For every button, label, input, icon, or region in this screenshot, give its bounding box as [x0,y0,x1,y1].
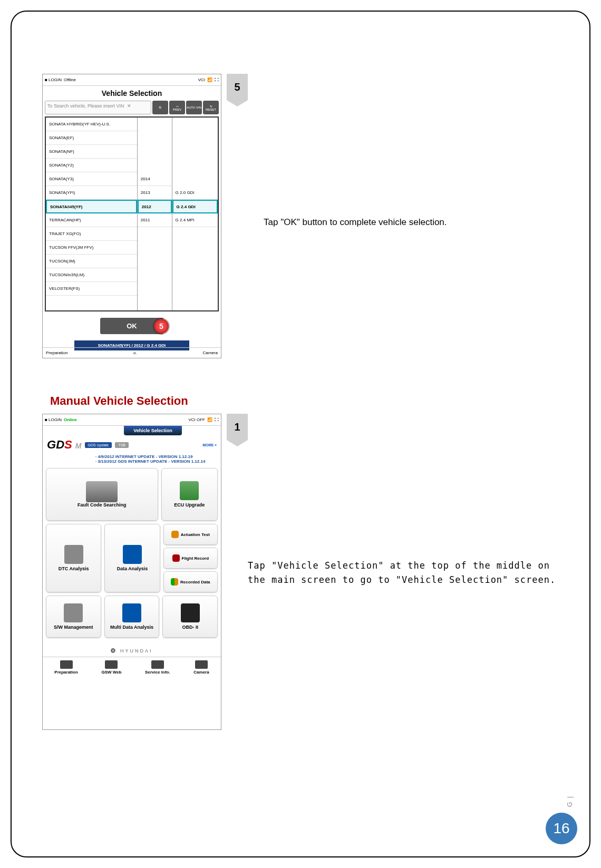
data-analysis-tile[interactable]: Data Analysis [104,524,160,592]
ok-button[interactable]: OK 5 [100,318,163,334]
expand-icon: ⛶ [215,77,219,82]
list-item[interactable]: SONATA(NF) [46,145,137,159]
service-info-button[interactable]: Service Info. [145,660,170,675]
signal-icon: 📶 [207,77,212,82]
list-item[interactable]: 2014 [138,172,172,186]
vci-label: VCI [198,77,205,82]
list-item[interactable]: G 2.4 MPI [172,213,218,227]
status-bar: ■ LOGIN Online VCI OFF 📶 ⛶ [43,414,221,426]
update-line-1: · 4/9/2012 INTERNET UPDATE - VERSION 1.1… [43,454,221,459]
sw-management-tile[interactable]: S/W Management [46,596,101,638]
engine-column[interactable]: G 2.0 GDIG 2.4 GDIG 2.4 MPI [172,118,218,310]
flight-icon [172,554,180,562]
prev-button[interactable]: ⇦PREV [169,101,185,114]
gsw-icon [105,660,118,669]
fault-code-icon [86,481,118,502]
list-item[interactable]: G 2.0 GDI [172,186,218,200]
obd-icon [181,603,200,622]
hyundai-logo: 🅗 HYUNDAI [43,645,221,657]
gsw-web-button[interactable]: GSW Web [101,660,121,675]
step-marker-5: 5 [227,74,248,100]
instruction-5: Tap "OK" button to complete vehicle sele… [264,217,447,228]
vehicle-selection-tab[interactable]: Vehicle Selection [124,426,182,435]
list-item[interactable]: TUCSON FFV(JM FFV) [46,241,137,255]
preparation-icon [60,660,73,669]
bottom-nav: Preparation GSW Web Service Info. Camera [43,657,221,678]
ecu-upgrade-tile[interactable]: ECU Upgrade [161,468,218,521]
vehicle-column[interactable]: SONATA HYBRID(YF HEV)-U.S.SONATA(EF)SONA… [46,118,138,310]
step-marker-1: 1 [227,414,248,440]
recorded-icon [171,578,178,586]
status-bar: ■ LOGIN Offline VCI 📶 ⛶ [43,74,221,86]
dtc-analysis-tile[interactable]: DTC Analysis [46,524,101,592]
reset-button[interactable]: ↻RESET [203,101,219,114]
dtc-icon [64,545,83,564]
list-item[interactable]: SONATA(YFI) [46,186,137,200]
section-title: Manual Vehicle Selection [50,394,188,408]
list-item[interactable]: TUCSON(JM) [46,255,137,268]
preparation-tab[interactable]: Preparation [46,350,67,355]
callout-marker-5: 5 [154,319,169,334]
actuation-icon [171,531,179,538]
list-item[interactable]: SONATA(Y3) [46,172,137,186]
list-item[interactable]: 2012 [138,200,172,213]
multi-icon [122,603,141,622]
search-icon[interactable]: 🔍 [152,101,168,114]
year-column[interactable]: 2014201320122011 [138,118,172,310]
actuation-test-tile[interactable]: Actuation Test [163,524,218,545]
camera-tab[interactable]: Camera [203,350,218,355]
recorded-data-tile[interactable]: Recorded Data [163,571,218,592]
list-item[interactable]: G 2.4 GDI [172,200,218,213]
auto-vin-button[interactable]: AUTO VIN [186,101,202,114]
list-item[interactable]: TERRACAN(HP) [46,213,137,227]
ecu-icon [180,481,199,500]
data-icon [123,545,142,564]
screenshot-main-menu: ■ LOGIN Online VCI OFF 📶 ⛶ Vehicle Selec… [42,414,221,730]
multi-data-tile[interactable]: Multi Data Analysis [104,596,160,638]
gds-update-pill[interactable]: GDS Update [85,442,112,448]
list-item[interactable]: VELOSTER(FS) [46,282,137,296]
list-item[interactable]: SONATA HYBRID(YF HEV)-U.S. [46,118,137,131]
list-item[interactable]: SONATA(EF) [46,131,137,145]
gds-logo: GDS M [47,438,82,452]
login-label: ■ LOGIN [45,417,62,422]
preparation-button[interactable]: Preparation [54,660,77,675]
status-offline: Offline [64,77,76,82]
flight-record-tile[interactable]: Flight Record [163,548,218,569]
signal-icon: 📶 [207,417,212,422]
camera-button[interactable]: Camera [193,660,209,675]
expand-icon: ⛶ [215,417,219,422]
status-online: Online [64,417,77,422]
list-item[interactable]: SONATA(Y2) [46,159,137,172]
list-item[interactable]: SONATA/i45(YF) [46,200,137,213]
fault-code-tile[interactable]: Fault Code Searching [46,468,158,521]
list-item[interactable]: TUCSON/ix35(LM) [46,268,137,282]
more-link[interactable]: MORE » [202,443,217,447]
gear-icon [64,603,83,622]
instruction-1: Tap "Vehicle Selection" at the top of th… [248,559,559,587]
bottom-bar: Preparation o. Camera [43,347,221,358]
book-icon [151,660,164,669]
update-line-2: · 3/13/2012 GDS INTERNET UPDATE - VERSIO… [43,459,221,464]
side-label: G | [566,795,574,807]
tsb-pill[interactable]: TSB [115,442,129,448]
page-number: 16 [546,813,577,844]
obd-tile[interactable]: OBD- II [162,596,218,638]
list-item[interactable]: 2013 [138,186,172,200]
screenshot-vehicle-selection: ■ LOGIN Offline VCI 📶 ⛶ Vehicle Selectio… [42,74,221,358]
list-item[interactable]: TRAJET XG(FO) [46,227,137,241]
login-label: ■ LOGIN [45,77,62,82]
selection-columns: SONATA HYBRID(YF HEV)-U.S.SONATA(EF)SONA… [45,116,219,311]
list-item[interactable]: 2011 [138,213,172,227]
vin-input[interactable]: To Search vehicle, Please insert VIN ✕ [45,101,151,114]
vci-label: VCI OFF [188,417,205,422]
screen-title: Vehicle Selection [43,86,221,101]
camera-icon [195,660,208,669]
